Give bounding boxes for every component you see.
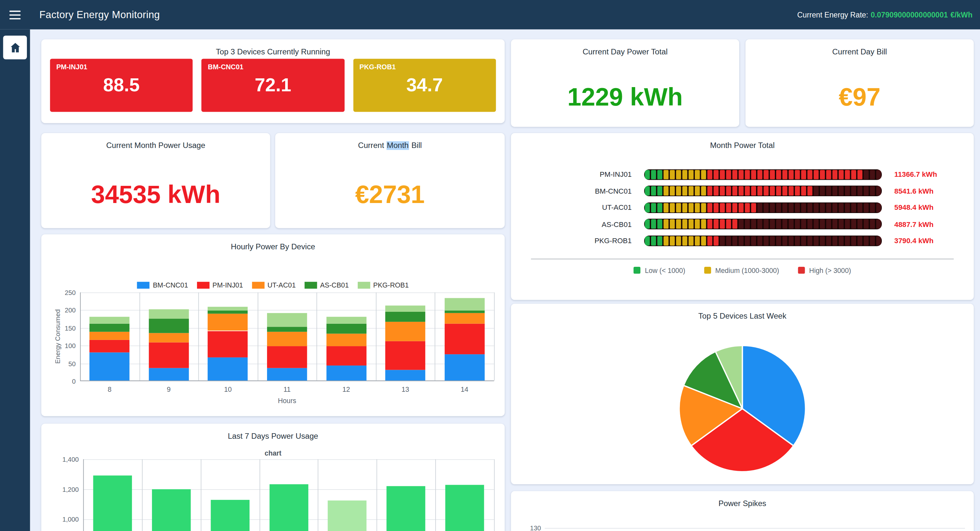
meter-segment bbox=[657, 170, 662, 179]
meter-segment bbox=[820, 220, 825, 229]
meter-segment bbox=[701, 187, 706, 196]
meter-segment bbox=[770, 203, 775, 212]
meter-segment bbox=[689, 170, 694, 179]
meter-segment bbox=[701, 236, 706, 246]
card-day-power-total: Current Day Power Total 1229 kWh bbox=[511, 40, 739, 127]
meter-segment bbox=[738, 236, 743, 246]
meter-segment bbox=[664, 220, 668, 229]
card-title: Hourly Power By Device bbox=[41, 235, 504, 251]
meter-segment bbox=[858, 220, 862, 229]
y-tick-label: 1,200 bbox=[62, 485, 79, 493]
month-total-legend: Low (< 1000)Medium (1000-3000)High (> 30… bbox=[511, 266, 974, 274]
meter-segment bbox=[801, 187, 806, 196]
meter-segment bbox=[801, 220, 806, 229]
meter-segment bbox=[714, 236, 719, 246]
x-tick-label: 9 bbox=[167, 386, 171, 393]
y-tick-label: 250 bbox=[65, 289, 76, 296]
meter-segment bbox=[664, 170, 668, 179]
meter-segment bbox=[870, 187, 875, 196]
y-tick-label: 100 bbox=[65, 342, 76, 349]
meter-segment bbox=[745, 236, 749, 246]
y-tick-label: 200 bbox=[65, 306, 76, 314]
meter-segment bbox=[695, 203, 700, 212]
stacked-bar-segment bbox=[149, 368, 189, 380]
legend-swatch bbox=[633, 267, 640, 274]
meter-segment bbox=[726, 236, 731, 246]
meter-segment bbox=[720, 236, 725, 246]
meter-segment bbox=[795, 236, 800, 246]
home-button[interactable] bbox=[3, 36, 27, 59]
meter-segment bbox=[858, 203, 862, 212]
meter-segment bbox=[664, 187, 668, 196]
stacked-bar-segment bbox=[385, 312, 425, 322]
stacked-bar-segment bbox=[267, 327, 307, 332]
gridline bbox=[80, 310, 494, 311]
stacked-bar-segment bbox=[385, 322, 425, 341]
device-label: UT-AC01 bbox=[511, 204, 632, 211]
sidebar bbox=[0, 30, 30, 531]
meter-segment bbox=[870, 170, 875, 179]
x-tick-label: 8 bbox=[108, 386, 111, 393]
meter-segment bbox=[764, 170, 768, 179]
meter-segment bbox=[726, 187, 731, 196]
meter-segment bbox=[770, 236, 775, 246]
device-tile: BM-CNC0172.1 bbox=[202, 59, 345, 112]
meter-segment bbox=[751, 187, 756, 196]
meter-segment bbox=[832, 170, 837, 179]
hourly-legend-item[interactable]: PM-INJ01 bbox=[197, 281, 243, 288]
card-power-spikes: Power Spikes 130 bbox=[511, 491, 974, 531]
hourly-legend-item[interactable]: UT-AC01 bbox=[252, 281, 296, 288]
meter-segment bbox=[820, 170, 825, 179]
meter-segment bbox=[689, 187, 694, 196]
stacked-bar-segment bbox=[385, 370, 425, 380]
meter-segment bbox=[807, 203, 812, 212]
hourly-legend-item[interactable]: PKG-ROB1 bbox=[358, 281, 409, 288]
card-month-bill: Current Month Bill €2731 bbox=[275, 133, 504, 228]
legend-item: Low (< 1000) bbox=[633, 266, 685, 274]
month-total-row: BM-CNC018541.6 kWh bbox=[511, 182, 974, 199]
gridline bbox=[494, 459, 495, 531]
title-suffix: Bill bbox=[409, 141, 422, 150]
meter-segment bbox=[770, 220, 775, 229]
device-label: PKG-ROB1 bbox=[511, 237, 632, 244]
y-tick-label: 50 bbox=[68, 360, 76, 367]
meter-segment bbox=[757, 170, 762, 179]
meter-segment bbox=[795, 187, 800, 196]
menu-icon[interactable] bbox=[0, 10, 30, 19]
meter-segment bbox=[714, 203, 719, 212]
stacked-bar-segment bbox=[267, 313, 307, 327]
meter-segment bbox=[845, 220, 850, 229]
stacked-bar-segment bbox=[445, 310, 485, 313]
card-month-power-total: Month Power Total PM-INJ0111366.7 kWhBM-… bbox=[511, 133, 974, 300]
legend-label: BM-CNC01 bbox=[153, 281, 188, 288]
meter-segment bbox=[695, 236, 700, 246]
meter-segment bbox=[870, 203, 875, 212]
gridline bbox=[83, 459, 494, 460]
meter-segment bbox=[651, 187, 656, 196]
stacked-bar-segment bbox=[326, 334, 366, 346]
x-tick-label: 14 bbox=[460, 386, 468, 393]
meter-segment bbox=[826, 203, 831, 212]
title-prefix: Current bbox=[358, 141, 386, 150]
card-top3-devices: Top 3 Devices Currently Running PM-INJ01… bbox=[41, 40, 504, 124]
meter-segment bbox=[676, 220, 681, 229]
meter-segment bbox=[795, 203, 800, 212]
meter-segment bbox=[776, 203, 781, 212]
meter-segment bbox=[695, 220, 700, 229]
meter-segment bbox=[738, 203, 743, 212]
meter-segment bbox=[651, 236, 656, 246]
meter-segment bbox=[757, 236, 762, 246]
meter-segment bbox=[864, 220, 869, 229]
meter-segment bbox=[664, 236, 668, 246]
meter-segment bbox=[745, 187, 749, 196]
meter-segment bbox=[738, 187, 743, 196]
meter-segment bbox=[826, 170, 831, 179]
meter-segment bbox=[851, 170, 856, 179]
hourly-legend-item[interactable]: BM-CNC01 bbox=[137, 281, 188, 288]
legend-label: AS-CB01 bbox=[320, 281, 349, 288]
daily-usage-bar bbox=[328, 501, 367, 531]
legend-label: UT-AC01 bbox=[267, 281, 296, 288]
stacked-bar-segment bbox=[326, 366, 366, 380]
hourly-legend-item[interactable]: AS-CB01 bbox=[304, 281, 349, 288]
meter-segment bbox=[839, 170, 843, 179]
